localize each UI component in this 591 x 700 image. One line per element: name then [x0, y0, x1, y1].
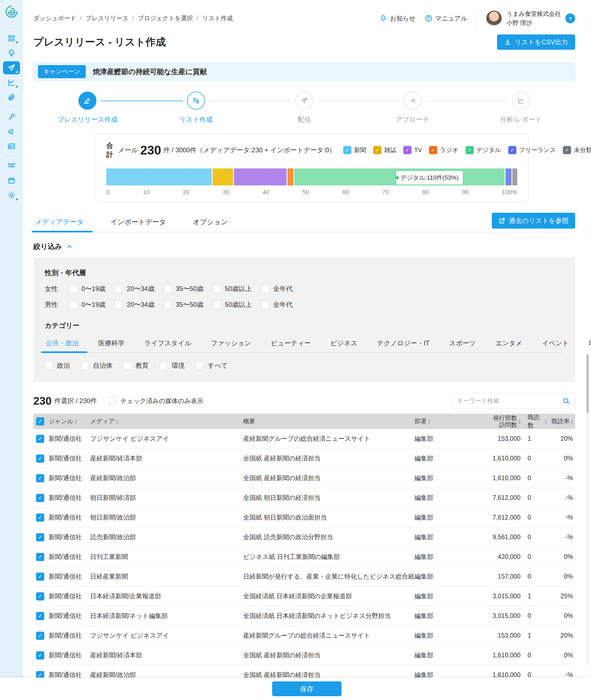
category-tab[interactable]: ファッション [210, 336, 252, 352]
category-tab[interactable]: ビューティー [270, 336, 312, 352]
sidebar-item-members[interactable] [3, 159, 20, 172]
age-checkbox-option[interactable]: 35〜50歳 [164, 284, 203, 293]
row-checkbox[interactable]: ✓ [36, 494, 44, 502]
row-checkbox[interactable]: ✓ [36, 455, 44, 463]
legend-item[interactable]: ✓ 雑誌 [373, 146, 396, 154]
step-approach[interactable]: アプローチ [358, 92, 467, 124]
bar-segment[interactable] [506, 168, 512, 185]
age-checkbox-option[interactable]: 全年代 [261, 300, 293, 309]
search-input[interactable] [457, 397, 562, 404]
age-checkbox-option[interactable]: 50歳以上 [213, 300, 252, 309]
manual-link[interactable]: マニュアル [425, 14, 467, 23]
category-checkbox-option[interactable]: 自治体 [81, 361, 113, 370]
category-tab[interactable]: 医療科学 [97, 336, 126, 352]
legend-item[interactable]: ✓ ラジオ [429, 146, 458, 154]
past-list-button[interactable]: 過去のリストを参照 [492, 213, 575, 229]
row-checkbox[interactable]: ✓ [36, 533, 44, 541]
select-all-checkbox[interactable]: ✓ [36, 417, 44, 425]
row-checkbox[interactable]: ✓ [36, 651, 44, 659]
table-row[interactable]: ✓ 新聞/通信社 産経新聞/経済本部 全国紙 産経新聞の経済担当 編集部 1,6… [33, 449, 575, 468]
row-checkbox[interactable]: ✓ [36, 474, 44, 482]
category-tab[interactable]: スポーツ [448, 336, 477, 352]
age-checkbox-option[interactable]: 20〜34歳 [115, 284, 154, 293]
sidebar-item-promotion[interactable] [3, 125, 20, 138]
col-genre[interactable]: ジャンル [49, 417, 73, 425]
category-tab[interactable]: 地域 [587, 336, 591, 352]
step-list-create[interactable]: リスト作成 [142, 92, 250, 124]
only-checked-toggle[interactable]: チェック済みの媒体のみ表示 [109, 397, 203, 405]
sidebar-item-analytics[interactable] [3, 76, 20, 89]
sidebar-item-interview[interactable] [3, 110, 20, 123]
age-checkbox-option[interactable]: 35〜50歳 [164, 300, 203, 309]
col-rate[interactable]: 既読率 [551, 417, 570, 425]
table-row[interactable]: ✓ 新聞/通信社 産経新聞/政治部 全国紙 産経新聞の経済担当 編集部 1,61… [33, 665, 575, 678]
bar-segment[interactable] [106, 168, 212, 185]
filter-header[interactable]: 絞り込み [33, 242, 575, 251]
category-tab[interactable]: イベント [541, 336, 570, 352]
step-delivery[interactable]: 配信 [250, 92, 358, 124]
table-row[interactable]: ✓ 新聞/通信社 読売新聞/政治部 全国紙 読売新聞の政治分野担当 編集部 9,… [33, 527, 575, 547]
category-tab[interactable]: エンタメ [495, 336, 524, 352]
tab-media-data[interactable]: メディアデータ [33, 214, 85, 232]
row-checkbox[interactable]: ✓ [36, 671, 44, 678]
sidebar-item-dashboard[interactable] [3, 32, 20, 45]
table-row[interactable]: ✓ 新聞/通信社 産経新聞/経済本部 全国紙 産経新聞の経済担当 編集部 1,6… [33, 646, 575, 665]
search-icon[interactable] [562, 397, 570, 405]
sidebar-item-settings[interactable] [3, 189, 20, 202]
bar-segment[interactable] [234, 168, 286, 185]
legend-item[interactable]: ✓ 新聞 [343, 146, 366, 154]
row-checkbox[interactable]: ✓ [36, 553, 44, 561]
account-menu[interactable]: うまみ食堂株式会社 小野 理沙 ▾ [486, 9, 575, 27]
category-checkbox-option[interactable]: 教育 [124, 361, 149, 370]
category-checkbox-option[interactable]: すべて [196, 361, 228, 370]
col-visits[interactable]: 訪問数 [499, 421, 517, 428]
sort-icon[interactable]: ▴▾ [428, 418, 430, 424]
table-row[interactable]: ✓ 新聞/通信社 日刊工業新聞 ビジネス紙 日刊工業新聞の編集部 編集部 420… [33, 547, 575, 567]
account-caret-button[interactable]: ▾ [565, 13, 575, 23]
app-logo-icon[interactable] [5, 5, 18, 18]
sort-icon[interactable]: ▴▾ [116, 418, 118, 424]
table-scrollbar[interactable] [586, 353, 589, 665]
col-dept[interactable]: 部署 [414, 417, 426, 425]
row-checkbox[interactable]: ✓ [36, 514, 44, 522]
table-row[interactable]: ✓ 新聞/通信社 日本経済新聞/ネット編集部 全国経済紙 日本経済新聞のネットビ… [33, 606, 575, 626]
table-row[interactable]: ✓ 新聞/通信社 日本経済新聞/企業報道部 全国経済紙 日本経済新聞の企業報道部… [33, 587, 575, 606]
table-row[interactable]: ✓ 新聞/通信社 フジサンケイ ビジネスアイ 産経新聞グループの総合経済ニュース… [33, 429, 575, 449]
row-checkbox[interactable]: ✓ [36, 632, 44, 640]
legend-item[interactable]: ✓ デジタル [466, 146, 501, 154]
age-checkbox-option[interactable]: 0〜19歳 [69, 300, 106, 309]
category-tab[interactable]: ライフスタイル [143, 336, 192, 352]
notice-link[interactable]: お知らせ [380, 14, 415, 23]
sidebar-item-attachment[interactable] [3, 91, 20, 104]
save-button[interactable]: 保存 [272, 682, 341, 696]
row-checkbox[interactable]: ✓ [36, 612, 44, 620]
bar-segment[interactable] [212, 168, 233, 185]
col-media[interactable]: メディア [90, 417, 115, 425]
row-checkbox[interactable]: ✓ [36, 592, 44, 600]
breadcrumb-item[interactable]: プロジェクトを選択 [128, 14, 193, 22]
legend-item[interactable]: ✓ 未分類 [563, 146, 591, 154]
scrollbar-thumb[interactable] [586, 354, 589, 413]
table-row[interactable]: ✓ 新聞/通信社 日経産業新聞 日経新聞が発行する、産業・企業に特化したビジネス… [33, 567, 575, 587]
col-reads[interactable]: 既読数 [528, 413, 543, 429]
sidebar-item-press-release[interactable] [3, 61, 20, 74]
col-circulation[interactable]: 発行部数 [493, 414, 517, 421]
sort-icon[interactable]: ▴▾ [571, 418, 573, 424]
tab-options[interactable]: オプション [191, 214, 229, 232]
bar-segment[interactable] [287, 168, 293, 185]
age-checkbox-option[interactable]: 50歳以上 [213, 284, 252, 293]
breadcrumb-item[interactable]: プレスリリース [76, 14, 128, 22]
step-report[interactable]: 分析/レポート [467, 92, 575, 124]
table-row[interactable]: ✓ 新聞/通信社 朝日新聞/経済部 全国紙 朝日新聞の経済担当 編集部 7,61… [33, 488, 575, 508]
breadcrumb-item[interactable]: リスト作成 [193, 14, 233, 22]
tab-import-data[interactable]: インポートデータ [109, 214, 168, 232]
sort-icon[interactable]: ▴▾ [75, 418, 77, 424]
step-press-release-create[interactable]: プレスリリース作成 [33, 92, 142, 124]
row-checkbox[interactable]: ✓ [36, 435, 44, 443]
table-row[interactable]: ✓ 新聞/通信社 朝日新聞/政治部 全国紙 朝日新聞の政治面担当 編集部 7,6… [33, 508, 575, 527]
csv-export-button[interactable]: リストをCSV出力 [497, 35, 575, 50]
sidebar-item-idea[interactable] [3, 47, 20, 60]
legend-item[interactable]: ✓ TV [403, 146, 422, 154]
row-checkbox[interactable]: ✓ [36, 573, 44, 581]
category-tab[interactable]: テクノロジー・IT [376, 336, 431, 352]
